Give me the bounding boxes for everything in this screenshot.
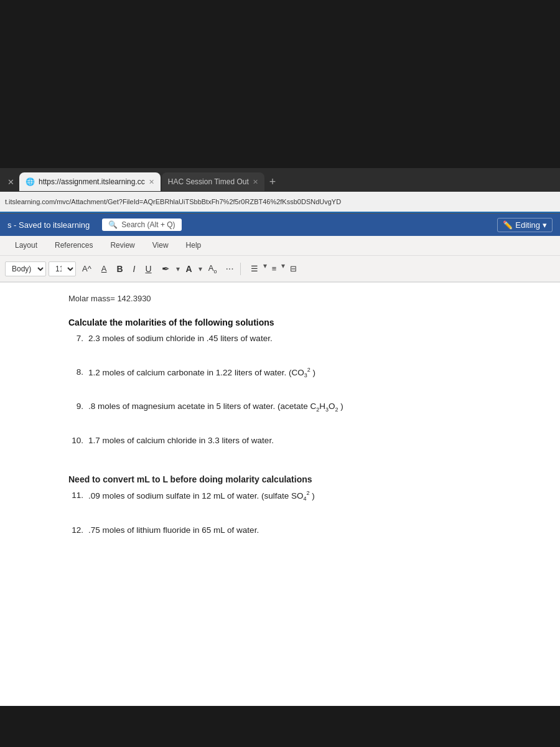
tab-help[interactable]: Help [179, 237, 209, 255]
editing-label: Editing [515, 220, 540, 230]
highlight-button[interactable]: ✒ [158, 261, 174, 277]
section1-heading: Calculate the molarities of the followin… [68, 316, 523, 329]
list-item: 10. 1.7 moles of calcium chloride in 3.3… [68, 434, 523, 448]
editing-button[interactable]: ✏️ Editing ▾ [497, 218, 553, 232]
item-num-7: 7. [68, 332, 83, 345]
list-style-button[interactable]: ☰ [247, 261, 262, 276]
list-indent-group: ☰ ▾ ≡ ▾ ⊟ [247, 261, 301, 276]
search-icon: 🔍 [108, 220, 118, 229]
chevron-fontcolor-icon: ▾ [198, 265, 202, 273]
list-item: 9. .8 moles of magnesium acetate in 5 li… [68, 400, 523, 414]
ribbon-tabs: Layout References Review View Help [0, 236, 560, 256]
chevron-down-icon: ▾ [543, 220, 547, 230]
tab-active-close-icon[interactable]: ✕ [149, 178, 154, 186]
molar-mass-line: Molar mass= 142.3930 [68, 293, 523, 306]
italic-button[interactable]: I [129, 261, 139, 276]
address-bar[interactable]: t.itslearning.com/mvc/Attachment/Get?Fil… [0, 192, 560, 213]
font-color-button[interactable]: A [182, 261, 196, 276]
list-item: 12. .75 moles of lithium fluoride in 65 … [68, 524, 523, 537]
font-style-button[interactable]: Ao [205, 261, 221, 277]
pencil-icon: ✏️ [503, 220, 513, 230]
ribbon-search-box[interactable]: 🔍 Search (Alt + Q) [102, 218, 181, 231]
size-selector[interactable]: 11 [49, 261, 76, 276]
item-text-9: .8 moles of magnesium acetate in 5 liter… [88, 400, 523, 414]
top-dark-area [0, 0, 560, 168]
item-num-9: 9. [68, 400, 83, 414]
item-text-11: .09 moles of sodium sulfate in 12 mL of … [88, 489, 523, 504]
section2-heading: Need to convert mL to L before doing mol… [68, 472, 523, 486]
search-placeholder: Search (Alt + Q) [121, 220, 175, 229]
outdent-button[interactable]: ⊟ [286, 261, 301, 276]
bold-button[interactable]: B [113, 261, 126, 276]
globe-icon: 🌐 [26, 177, 35, 186]
more-options-button[interactable]: ··· [223, 261, 236, 277]
item-text-10: 1.7 moles of calcium chloride in 3.3 lit… [88, 434, 523, 448]
tab-references[interactable]: References [47, 237, 100, 255]
tab-review[interactable]: Review [103, 237, 142, 255]
tab-view[interactable]: View [145, 237, 176, 255]
toolbar-row: Body) 11 A^ A B I U ✒ ▾ A ▾ Ao ··· ☰ ▾ ≡… [0, 256, 560, 282]
item-num-12: 12. [68, 524, 83, 537]
tab-bar: ✕ 🌐 https://assignment.itslearning.cc ✕ … [0, 168, 560, 192]
list-item: 7. 2.3 moles of sodium chloride in .45 l… [68, 332, 523, 345]
item-num-8: 8. [68, 365, 83, 380]
document-content: Molar mass= 142.3930 Calculate the molar… [0, 283, 560, 706]
item-num-10: 10. [68, 434, 83, 448]
tab-inactive-close-icon[interactable]: ✕ [253, 178, 258, 186]
chevron-list-icon: ▾ [263, 261, 267, 276]
increase-font-button[interactable]: A^ [78, 261, 95, 276]
toolbar-separator [240, 263, 241, 275]
underline-button[interactable]: U [141, 261, 155, 276]
new-tab-button[interactable]: + [264, 176, 281, 189]
document-title: s - Saved to itslearning [7, 220, 90, 230]
chevron-highlight-icon: ▾ [176, 265, 180, 273]
list-item: 8. 1.2 moles of calcium carbonate in 1.2… [68, 365, 523, 380]
style-selector[interactable]: Body) [5, 261, 46, 276]
item-text-7: 2.3 moles of sodium chloride in .45 lite… [88, 332, 523, 345]
decrease-font-button[interactable]: A [98, 261, 111, 276]
tab-active[interactable]: 🌐 https://assignment.itslearning.cc ✕ [19, 172, 161, 191]
list-item: 11. .09 moles of sodium sulfate in 12 mL… [68, 489, 523, 504]
item-text-12: .75 moles of lithium fluoride in 65 mL o… [88, 524, 523, 537]
indent-button[interactable]: ≡ [268, 261, 281, 276]
close-left-icon[interactable]: ✕ [2, 175, 19, 189]
ribbon-container: s - Saved to itslearning 🔍 Search (Alt +… [0, 214, 560, 283]
browser-chrome: ✕ 🌐 https://assignment.itslearning.cc ✕ … [0, 168, 560, 214]
item-text-8: 1.2 moles of calcium carbonate in 1.22 l… [88, 365, 523, 380]
tab-inactive[interactable]: HAC Session Timed Out ✕ [162, 172, 264, 191]
tab-active-label: https://assignment.itslearning.cc [39, 177, 145, 186]
tab-layout[interactable]: Layout [7, 237, 45, 255]
chevron-indent-icon: ▾ [281, 261, 285, 276]
tab-inactive-label: HAC Session Timed Out [168, 177, 249, 186]
ribbon-top: s - Saved to itslearning 🔍 Search (Alt +… [0, 214, 560, 236]
address-text: t.itslearning.com/mvc/Attachment/Get?Fil… [5, 198, 341, 205]
item-num-11: 11. [68, 489, 83, 504]
